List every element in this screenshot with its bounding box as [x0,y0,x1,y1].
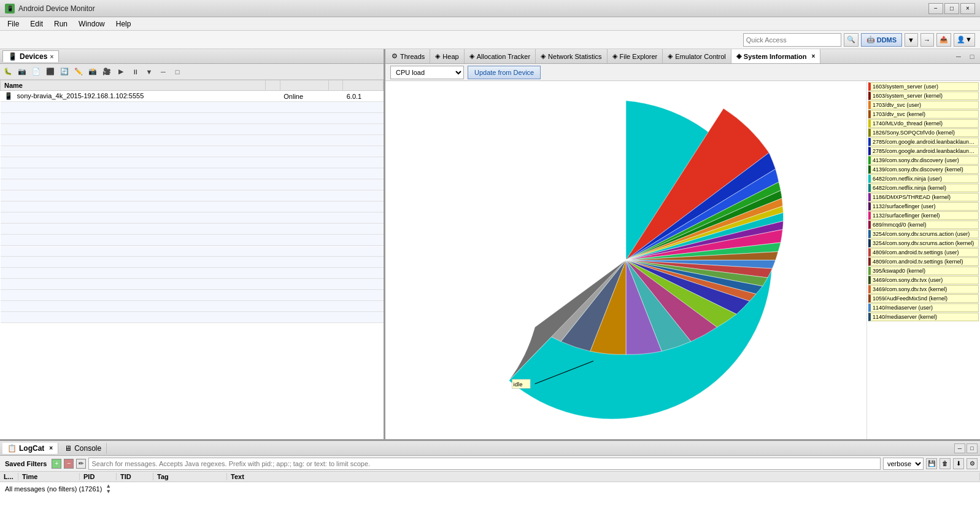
legend-item[interactable]: 2785/com.google.android.leanbacklauncher… [868,138,979,146]
menu-window[interactable]: Window [74,18,110,29]
logcat-icon: 📋 [7,444,17,453]
close-button[interactable]: × [960,3,975,14]
logcat-column-headers: L... Time PID TID Tag Text [0,472,980,482]
legend-item[interactable]: 1132/surfaceflinger (kernel) [868,211,979,220]
toolbar-btn-2[interactable]: → [920,33,934,47]
sysinfo-close[interactable]: × [812,53,816,60]
filter-btn[interactable]: ▼ [142,66,156,78]
ddms-icon: 🤖 [866,36,875,44]
pause-btn[interactable]: ⏸ [128,66,142,78]
refresh-btn[interactable]: 🔄 [58,66,71,78]
devices-tab-close[interactable]: × [50,53,53,60]
verbose-select[interactable]: verbose [883,458,924,470]
legend-item[interactable]: 1703/dtv_svc (user) [868,101,979,109]
device-row[interactable]: 📱 sony-bravia_4k_2015-192.168.1.102:5555… [1,91,384,102]
toolbar-btn-1[interactable]: ▼ [905,33,918,47]
right-panel-tabs: ⚙ Threads ◈ Heap ◈ Allocation Tracker ◈ … [385,49,980,64]
legend-item[interactable]: 395/kswapd0 (kernel) [868,267,979,275]
remove-filter-button[interactable]: − [64,459,74,469]
edit-filter-button[interactable]: ✏ [76,459,86,469]
panel-minimize-btn[interactable]: ─ [952,50,965,63]
legend-item[interactable]: 2785/com.google.android.leanbacklauncher… [868,147,979,155]
legend-item[interactable]: 3469/com.sony.dtv.tvx (kernel) [868,285,979,294]
legend-item[interactable]: 4809/com.android.tv.settings (user) [868,248,979,257]
toggle-autoscroll-button[interactable]: ⬇ [953,458,964,469]
cpu-load-select[interactable]: CPU load [390,66,464,79]
tab-file-explorer[interactable]: ◈ File Explorer [608,49,663,63]
toolbar-btn-3[interactable]: 📤 [936,33,951,47]
log-options-button[interactable]: ⚙ [966,458,978,469]
quick-access-input[interactable] [743,33,841,47]
table-row [1,190,384,201]
legend-item[interactable]: 1826/Sony.SOPQCtrlVdo (kernel) [868,128,979,137]
legend-item[interactable]: 1132/surfaceflinger (user) [868,202,979,211]
legend-item[interactable]: 1140/mediaserver (user) [868,303,979,312]
edit-btn[interactable]: ✏️ [72,66,85,78]
search-icon-btn[interactable]: 🔍 [844,33,858,47]
col-header-tag: Tag [153,473,227,480]
menu-help[interactable]: Help [111,18,136,29]
window-controls[interactable]: − □ × [928,3,975,14]
allocation-label: Allocation Tracker [477,53,530,60]
table-row [1,201,384,213]
menu-run[interactable]: Run [49,18,72,29]
bottom-minimize-btn[interactable]: ─ [954,443,965,453]
update-from-device-button[interactable]: Update from Device [468,66,541,79]
table-row [1,290,384,301]
legend-item[interactable]: 3469/com.sony.dtv.tvx (user) [868,276,979,284]
clear-log-button[interactable]: 🗑 [939,458,951,469]
debug-btn[interactable]: 🐛 [1,66,15,78]
bottom-maximize-btn[interactable]: □ [966,443,978,453]
minimize-button[interactable]: − [928,3,943,14]
table-row [1,312,384,323]
menu-file[interactable]: File [2,18,24,29]
tab-system-info[interactable]: ◈ System Information × [731,49,821,63]
legend-item[interactable]: 1140/mediaserver (kernel) [868,313,979,321]
logcat-search-input[interactable] [88,458,881,470]
devices-tab[interactable]: 📱 Devices × [2,50,59,62]
legend-item[interactable]: 689/mmcqd/0 (kernel) [868,220,979,229]
legend-item[interactable]: 1603/system_server (kernel) [868,92,979,100]
tab-heap[interactable]: ◈ Heap [430,49,464,63]
legend-item[interactable]: 1740/MLVdo_thread (kernel) [868,119,979,128]
play-btn[interactable]: ▶ [114,66,128,78]
devices-panel-header: 📱 Devices × [0,49,384,64]
maximize-view-btn[interactable]: □ [171,66,184,78]
logcat-label: LogCat [19,444,44,453]
all-messages-filter-item[interactable]: All messages (no filters) (17261) ▲ ▼ [0,482,980,496]
legend-item[interactable]: 4139/com.sony.dtv.discovery (user) [868,156,979,165]
legend-item[interactable]: 1186/DMXPS/THREAD (kernel) [868,193,979,201]
legend-item[interactable]: 4809/com.android.tv.settings (kernel) [868,257,979,266]
tab-threads[interactable]: ⚙ Threads [387,49,430,63]
add-filter-button[interactable]: + [52,459,61,469]
legend-item[interactable]: 1603/system_server (user) [868,82,979,91]
console-icon: 🖥 [64,444,72,453]
ddms-button[interactable]: 🤖 DDMS [861,33,902,47]
tab-network-stats[interactable]: ◈ Network Statistics [536,49,607,63]
maximize-button[interactable]: □ [944,3,959,14]
legend-item[interactable]: 6482/com.netflix.ninja (user) [868,174,979,183]
table-row [1,157,384,168]
menu-edit[interactable]: Edit [25,18,48,29]
logcat-close[interactable]: × [49,445,53,451]
legend-item[interactable]: 6482/com.netflix.ninja (kernel) [868,184,979,192]
tab-logcat[interactable]: 📋 LogCat × [2,443,58,454]
panel-maximize-btn[interactable]: □ [965,50,979,63]
legend-item[interactable]: 1059/AudFeedMixSnd (kernel) [868,294,979,303]
tab-console[interactable]: 🖥 Console [60,443,107,454]
stop-btn[interactable]: ⬛ [44,66,57,78]
save-log-button[interactable]: 💾 [926,458,937,469]
table-row [1,102,384,113]
minimize-view-btn[interactable]: ─ [156,66,170,78]
legend-item[interactable]: 3254/com.sony.dtv.scrums.action (kernel) [868,239,979,248]
toolbar-btn-4[interactable]: 👤▼ [954,33,975,47]
legend-item[interactable]: 4139/com.sony.dtv.discovery (kernel) [868,165,979,174]
dump-btn[interactable]: 📄 [29,66,43,78]
legend-item[interactable]: 1703/dtv_svc (kernel) [868,110,979,119]
legend-item[interactable]: 3254/com.sony.dtv.scrums.action (user) [868,230,979,238]
tab-emulator-control[interactable]: ◈ Emulator Control [663,49,731,63]
camera-btn[interactable]: 📸 [86,66,99,78]
tab-allocation-tracker[interactable]: ◈ Allocation Tracker [465,49,536,63]
screenshot-btn[interactable]: 📷 [15,66,29,78]
video-btn[interactable]: 🎥 [100,66,114,78]
